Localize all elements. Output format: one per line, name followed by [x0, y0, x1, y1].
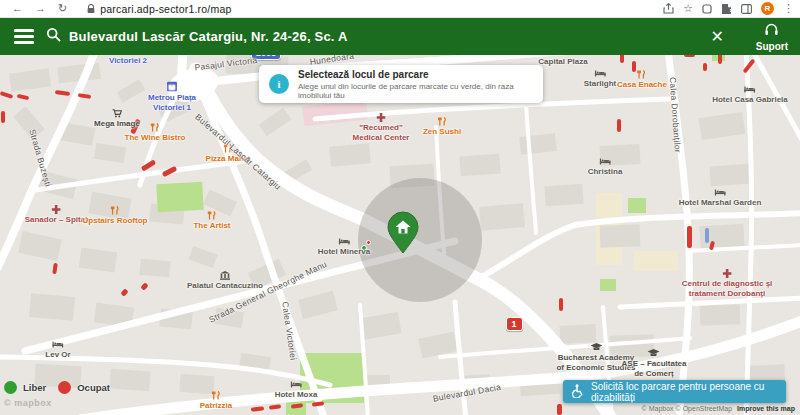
free-spot-label: Liber [23, 382, 46, 393]
forward-icon[interactable]: → [35, 3, 46, 14]
browser-menu-icon[interactable]: ⋮ [783, 3, 794, 14]
puzzle-extensions-icon[interactable] [721, 3, 732, 14]
route-shield-1: 1 [506, 317, 523, 331]
parking-segment-occupied[interactable] [718, 55, 722, 64]
info-icon: i [269, 74, 289, 94]
parking-segment-other[interactable] [705, 228, 709, 243]
occupied-spot-label: Ocupat [77, 382, 110, 393]
parking-segment-occupied[interactable] [617, 119, 621, 132]
back-icon[interactable]: ← [12, 3, 23, 14]
osm-attribution[interactable]: © OpenStreetMap [676, 405, 733, 412]
address-bar-url[interactable]: parcari.adp-sector1.ro/map [100, 3, 231, 15]
parking-segment-occupied[interactable] [632, 61, 636, 72]
browser-chrome: ← → ↻ parcari.adp-sector1.ro/map ☆ R ⋮ [0, 0, 800, 18]
route-shield-2008: 2008 [251, 55, 281, 60]
parking-segment-occupied[interactable] [687, 226, 692, 248]
callout-title: Selectează locul de parcare [298, 69, 543, 80]
parking-spot-free[interactable] [361, 245, 367, 251]
search-icon [46, 27, 61, 46]
occupied-spot-dot [58, 381, 71, 394]
parking-segment-occupied[interactable] [703, 63, 707, 71]
search-input-value[interactable]: Bulevardul Lascăr Catargiu, Nr. 24-26, S… [69, 29, 348, 44]
lock-icon [87, 4, 95, 14]
mapbox-watermark: © mapbox [4, 398, 52, 408]
app-header: Bulevardul Lascăr Catargiu, Nr. 24-26, S… [0, 18, 800, 55]
headset-icon [764, 22, 779, 40]
map-canvas[interactable]: 20081 Metrou PiațaVictoriei 2MMetrou Pia… [0, 55, 800, 415]
profile-avatar[interactable]: R [761, 2, 774, 15]
parking-segment-occupied[interactable] [557, 404, 562, 415]
parking-segment-occupied[interactable] [559, 298, 563, 311]
map-attribution: © Mapbox © OpenStreetMap Improve this ma… [642, 405, 795, 412]
wheelchair-icon [571, 384, 584, 400]
free-spot-dot [4, 381, 17, 394]
parking-segment-occupied[interactable] [620, 55, 624, 63]
parking-spot-occupied[interactable] [366, 240, 371, 245]
address-search[interactable]: Bulevardul Lascăr Catargiu, Nr. 24-26, S… [46, 27, 348, 46]
menu-hamburger-icon[interactable] [14, 26, 34, 48]
map-base-layer [0, 55, 800, 415]
suport-label: Suport [756, 41, 788, 52]
extension-icon[interactable] [702, 4, 712, 14]
parking-segment-occupied[interactable] [684, 55, 695, 57]
share-icon[interactable] [663, 3, 674, 14]
disability-button-label: Solicită loc parcare pentru persoane cu … [591, 381, 778, 403]
map-legend: Liber Ocupat [4, 381, 116, 394]
mapbox-attribution[interactable]: © Mapbox [642, 405, 674, 412]
side-panel-icon[interactable] [741, 4, 752, 14]
disability-parking-button[interactable]: Solicită loc parcare pentru persoane cu … [563, 380, 786, 403]
close-icon[interactable]: ✕ [710, 27, 723, 46]
bookmark-star-icon[interactable]: ☆ [683, 3, 693, 14]
info-callout: i Selectează locul de parcare Alege unul… [259, 65, 543, 103]
improve-map-link[interactable]: Improve this map [737, 405, 795, 412]
parking-segment-occupied[interactable] [1, 111, 5, 123]
search-radius-overlay [358, 178, 482, 302]
reload-icon[interactable]: ↻ [58, 3, 67, 14]
suport-button[interactable]: Suport [756, 22, 788, 52]
callout-subtitle: Alege unul din locurile de parcare marca… [298, 82, 543, 100]
